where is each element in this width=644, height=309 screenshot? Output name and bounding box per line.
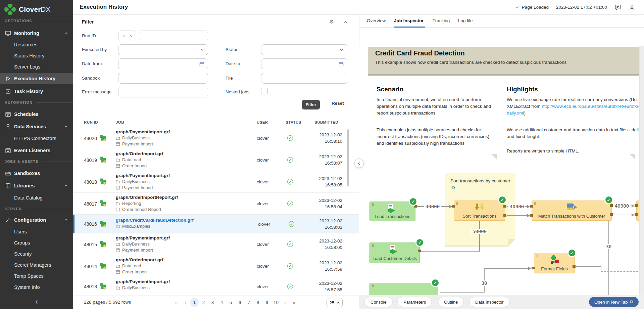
column-header-status[interactable]: STATUS [286, 120, 301, 124]
tab-tracking[interactable]: Tracking [433, 18, 450, 23]
first-page-button[interactable]: « [172, 298, 181, 307]
sidebar-item-sandboxes[interactable]: Sandboxes [0, 168, 73, 179]
data-inspector-button[interactable]: Data Inspector [469, 297, 510, 307]
outline-button[interactable]: Outline [438, 297, 464, 307]
run-id-input[interactable] [139, 31, 208, 41]
table-row[interactable]: 48018 graph/PaymentImport.grf DailyBusin… [73, 171, 359, 193]
table-scrollbar[interactable] [347, 129, 349, 186]
date-to-input[interactable] [261, 58, 347, 69]
column-header-submitted[interactable]: SUBMITTED [314, 120, 338, 124]
node-load-transactions[interactable]: 0 Load Transactions [369, 202, 415, 221]
job-graph-name: graph/OrderImportReport.grf [116, 195, 178, 200]
page-button[interactable]: 4 [217, 298, 226, 307]
chevron-up-icon[interactable] [64, 124, 68, 129]
page-button[interactable]: 8 [254, 298, 262, 307]
table-row[interactable]: 48014 graph/OrderImport.grf DataLoad Ord… [73, 255, 359, 277]
page-button[interactable]: 6 [236, 298, 244, 307]
sidebar-item-server-logs[interactable]: Server Logs [0, 61, 73, 73]
filter-reset-button[interactable]: Reset [332, 101, 344, 106]
table-row-selected[interactable]: 48016 graph/CreditCardFraudDetection.grf… [73, 215, 359, 233]
play-icon [5, 76, 11, 82]
sidebar-item-data-catalog[interactable]: Data Catalog [0, 192, 73, 204]
sidebar-item-temp-spaces[interactable]: Temp Spaces [0, 270, 73, 282]
sidebar-collapse-button[interactable] [0, 297, 73, 307]
feedback-chat-icon[interactable] [614, 4, 621, 11]
sidebar-item-security[interactable]: Security [0, 248, 73, 260]
filter-settings-gear-icon[interactable]: ⚙ [329, 18, 334, 25]
sidebar-item-data-services[interactable]: Data Services [0, 121, 73, 132]
next-page-button[interactable]: › [281, 298, 289, 307]
sandbox-icon [116, 180, 120, 184]
page-button[interactable]: 1 [190, 298, 199, 307]
sidebar-item-secret-managers[interactable]: Secret Managers [0, 259, 73, 271]
canvas-scrollbar-track[interactable] [639, 46, 644, 295]
sidebar-item-libraries[interactable]: Libraries [0, 180, 73, 191]
column-header-job[interactable]: JOB [116, 120, 124, 124]
panel-collapse-handle[interactable] [354, 159, 364, 168]
joiner-icon [566, 203, 578, 213]
table-row[interactable]: 48015 graph/PaymentImport.grf DailyBusin… [73, 233, 359, 255]
table-row[interactable]: 48020 graph/PaymentImport.grf DailyBusin… [73, 127, 359, 149]
page-button[interactable]: 7 [245, 298, 253, 307]
error-message-input[interactable] [118, 87, 208, 97]
nested-jobs-checkbox[interactable] [261, 88, 268, 94]
console-button[interactable]: Console [364, 297, 393, 307]
job-graph-name: graph/OrderImport.grf [116, 257, 163, 262]
page-button[interactable]: 2 [199, 298, 208, 307]
node-load-customer-details[interactable]: 0 Load Customer Details [369, 242, 420, 263]
sidebar-item-groups[interactable]: Groups [0, 237, 73, 249]
table-row[interactable]: 48019 graph/OrderImport.grf DataLoad Ord… [73, 149, 359, 171]
last-page-button[interactable]: » [290, 298, 298, 307]
sidebar-item-system-info[interactable]: System Info [0, 281, 73, 293]
page-button[interactable]: 9 [263, 298, 271, 307]
previous-page-button[interactable]: ‹ [181, 298, 190, 307]
chevron-up-icon[interactable] [64, 218, 68, 222]
filter-collapse-chevron-icon[interactable] [343, 20, 348, 25]
page-button[interactable]: 3 [208, 298, 217, 307]
graph-canvas[interactable]: Credit Card Fraud Detection This example… [359, 46, 644, 295]
note-fold-corner [491, 154, 497, 160]
open-in-new-tab-button[interactable]: Open in New Tab ⧉ [589, 297, 639, 307]
user-account-icon[interactable] [629, 4, 635, 11]
graph-run-icon [100, 201, 106, 207]
sidebar-item-event-listeners[interactable]: Event Listeners [0, 145, 73, 156]
page-button[interactable]: 10 [272, 298, 280, 307]
table-row[interactable]: 48017 graph/OrderImportReport.grf Report… [73, 193, 359, 215]
tab-overview[interactable]: Overview [367, 18, 386, 23]
page-size-select[interactable]: 25 [327, 298, 343, 307]
node-sort-transactions[interactable]: 0 Sort Transactions [454, 201, 505, 221]
sidebar-item-task-history[interactable]: Task History [0, 86, 73, 97]
date-from-input[interactable] [118, 58, 208, 69]
tab-job-inspector[interactable]: Job Inspector [394, 18, 424, 23]
run-id-operator-select[interactable]: = [118, 31, 136, 41]
app-logo[interactable]: CloverDX [4, 4, 51, 15]
executed-by-select[interactable] [118, 44, 208, 55]
sidebar-item-users[interactable]: Users [0, 226, 73, 237]
table-row[interactable]: 48013 graph/PaymentImport.grf DailyBusin… [73, 277, 359, 296]
column-header-user[interactable]: USER [257, 120, 268, 124]
schedule-icon [116, 164, 120, 168]
chevron-up-icon[interactable] [64, 183, 68, 188]
sidebar-item-monitoring[interactable]: Monitoring [0, 28, 73, 39]
sidebar-item-https-connectors[interactable]: HTTPS Connectors [0, 133, 73, 144]
node-partial-bottom[interactable]: 0 [369, 283, 438, 295]
node-success-badge: ✓ [409, 197, 417, 206]
sidebar-item-execution-history[interactable]: Execution History [0, 73, 73, 84]
filter-apply-button[interactable]: Filter [302, 100, 320, 109]
status-select[interactable] [261, 44, 347, 55]
parameters-button[interactable]: Parameters [397, 297, 432, 307]
file-input[interactable] [261, 73, 347, 84]
node-match-transactions[interactable]: 0 Match Transactions with Customer [532, 201, 612, 221]
sidebar-item-schedules[interactable]: Schedules [0, 108, 73, 120]
chevron-up-icon[interactable] [64, 31, 68, 36]
page-button[interactable]: 5 [227, 298, 235, 307]
tab-log-file[interactable]: Log file [458, 18, 473, 23]
sidebar-item-status-history[interactable]: Status History [0, 50, 73, 61]
sandbox-input[interactable] [118, 73, 208, 84]
sidebar-item-resources[interactable]: Resources [0, 39, 73, 50]
server-timestamp: 2023-12-02 17:02 +01:00 [556, 5, 607, 10]
edge [576, 266, 601, 267]
sidebar-item-configuration[interactable]: Configuration [0, 214, 73, 226]
dashed-edge [601, 271, 638, 272]
column-header-run-id[interactable]: RUN ID [84, 120, 98, 124]
